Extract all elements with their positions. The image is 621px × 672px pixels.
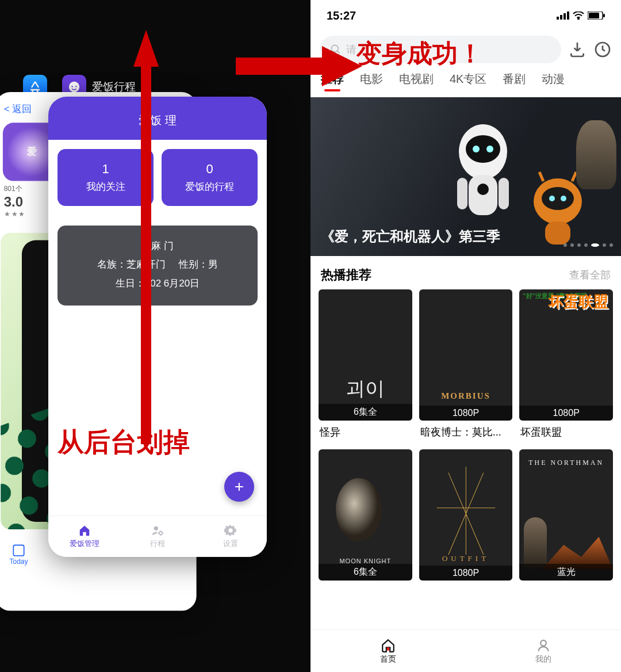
poster-card[interactable]: 괴이 6集全 怪异 xyxy=(319,289,412,439)
history-icon[interactable] xyxy=(593,40,612,59)
poster-row-2: MOON KNIGHT 6集全 OUTFIT 1080P THE NORTHMA… xyxy=(310,449,621,581)
poster-badge: 6集全 xyxy=(319,564,412,581)
battery-icon xyxy=(588,12,605,20)
svg-rect-23 xyxy=(457,178,467,209)
today-icon xyxy=(13,545,24,556)
svg-rect-30 xyxy=(387,647,389,650)
hero-banner[interactable]: 《爱，死亡和机器人》第三季 xyxy=(310,97,621,256)
signal-icon xyxy=(557,12,569,20)
person-icon xyxy=(536,638,551,653)
poster-title: 暗夜博士：莫比... xyxy=(419,421,513,439)
poster-badge: 1080P xyxy=(419,566,513,581)
poster-badge: 6集全 xyxy=(319,404,412,421)
tab-aifan-manage[interactable]: 爱饭管理 xyxy=(48,516,121,557)
poster-card[interactable]: MOON KNIGHT 6集全 xyxy=(319,449,412,581)
wifi-icon xyxy=(573,12,584,20)
svg-rect-7 xyxy=(557,17,559,20)
stat-trips[interactable]: 0 爱饭的行程 xyxy=(162,149,258,206)
poster-badge: 蓝光 xyxy=(519,564,613,581)
stat-following[interactable]: 1 我的关注 xyxy=(57,149,154,206)
bottom-nav: 首页 我的 xyxy=(310,629,621,672)
svg-rect-2 xyxy=(75,86,76,87)
poster-title: 怪异 xyxy=(319,421,412,439)
svg-rect-8 xyxy=(560,15,562,20)
banner-robot-white xyxy=(443,120,523,235)
download-icon[interactable] xyxy=(568,40,586,59)
search-icon xyxy=(330,44,342,55)
svg-point-4 xyxy=(159,532,163,535)
front-card-header: 爱饭 理 xyxy=(48,97,267,140)
right-screenshot: 15:27 请 变身成功！ 推荐 电影 电视剧 4K专区 番剧 动漫 xyxy=(310,0,621,672)
tab-recommend[interactable]: 推荐 xyxy=(321,71,344,87)
svg-point-18 xyxy=(466,135,500,163)
status-bar: 15:27 xyxy=(310,0,621,31)
front-card-tabbar: 爱饭管理 行程 设置 xyxy=(48,516,267,557)
tab-settings[interactable]: 设置 xyxy=(194,516,267,557)
switcher-card-front[interactable]: 爱饭 理 1 我的关注 0 爱饭的行程 芝麻 门 名族：芝麻开门 性别：男 生日… xyxy=(48,97,267,557)
left-screenshot: 爱饭行程 < 返回 爱 801个 3.0 ★★★ Today 爱饭 理 1 我的… xyxy=(0,0,310,672)
banner-cat xyxy=(576,120,616,189)
front-card-stats: 1 我的关注 0 爱饭的行程 xyxy=(57,149,258,206)
poster-image: OUTFIT 1080P xyxy=(419,449,513,581)
nav-home[interactable]: 首页 xyxy=(310,630,466,672)
poster-image: THE NORTHMAN 蓝光 xyxy=(519,449,613,581)
poster-badge: 1080P xyxy=(519,406,613,421)
svg-rect-13 xyxy=(589,13,599,18)
svg-point-11 xyxy=(578,18,579,20)
person-gear-icon xyxy=(151,524,164,537)
svg-point-31 xyxy=(540,640,546,646)
tab-anime[interactable]: 动漫 xyxy=(542,71,565,87)
svg-rect-14 xyxy=(603,14,605,17)
svg-rect-9 xyxy=(564,13,566,20)
svg-point-26 xyxy=(542,187,574,210)
tab-trips[interactable]: 行程 xyxy=(121,516,194,557)
svg-point-20 xyxy=(486,146,493,152)
section-header: 热播推荐 查看全部 xyxy=(310,256,621,289)
tab-anime-series[interactable]: 番剧 xyxy=(503,71,526,87)
banner-title: 《爱，死亡和机器人》第三季 xyxy=(321,227,500,246)
poster-image: MOON KNIGHT 6集全 xyxy=(319,449,412,581)
poster-badge: 1080P xyxy=(419,406,513,421)
svg-rect-24 xyxy=(499,178,509,209)
poster-image: "好"没意思 "畫"点萌吧 坏蛋联盟 1080P xyxy=(519,289,613,421)
status-time: 15:27 xyxy=(327,9,356,22)
nav-mine[interactable]: 我的 xyxy=(466,630,621,672)
svg-point-15 xyxy=(332,45,339,52)
svg-point-22 xyxy=(477,184,489,195)
svg-rect-10 xyxy=(567,12,569,20)
poster-card[interactable]: "好"没意思 "畫"点萌吧 坏蛋联盟 1080P 坏蛋联盟 xyxy=(519,289,613,439)
poster-title: 坏蛋联盟 xyxy=(519,421,613,439)
poster-card[interactable]: OUTFIT 1080P xyxy=(419,449,513,581)
annotation-swipe-away: 从后台划掉 xyxy=(57,425,190,460)
poster-row-1: 괴이 6集全 怪异 MORBIUS 1080P 暗夜博士：莫比... "好"没意… xyxy=(310,289,621,439)
tab-4k[interactable]: 4K专区 xyxy=(450,71,486,87)
svg-rect-29 xyxy=(545,222,570,245)
svg-point-0 xyxy=(69,82,79,92)
poster-image: 괴이 6集全 xyxy=(319,289,412,421)
svg-point-3 xyxy=(154,526,158,530)
svg-rect-1 xyxy=(71,86,72,87)
poster-card[interactable]: MORBIUS 1080P 暗夜博士：莫比... xyxy=(419,289,513,439)
poster-card[interactable]: THE NORTHMAN 蓝光 xyxy=(519,449,613,581)
annotation-transform-success: 变身成功！ xyxy=(356,37,483,71)
gear-icon xyxy=(224,524,237,537)
section-title: 热播推荐 xyxy=(321,266,371,284)
fab-add-button[interactable]: + xyxy=(224,472,254,502)
banner-pagination-dots xyxy=(564,243,613,247)
poster-image: MORBIUS 1080P xyxy=(419,289,513,421)
home-icon xyxy=(78,524,91,537)
svg-point-28 xyxy=(561,196,566,201)
svg-point-27 xyxy=(549,196,555,201)
home-icon xyxy=(381,638,396,653)
tab-movies[interactable]: 电影 xyxy=(360,71,383,87)
see-all-link[interactable]: 查看全部 xyxy=(569,268,611,282)
tab-tv[interactable]: 电视剧 xyxy=(399,71,434,87)
front-card-info: 芝麻 门 名族：芝麻开门 性别：男 生日：202 6月20日 xyxy=(57,226,258,306)
back-card-today-tab[interactable]: Today xyxy=(3,545,34,566)
svg-point-19 xyxy=(473,146,480,152)
